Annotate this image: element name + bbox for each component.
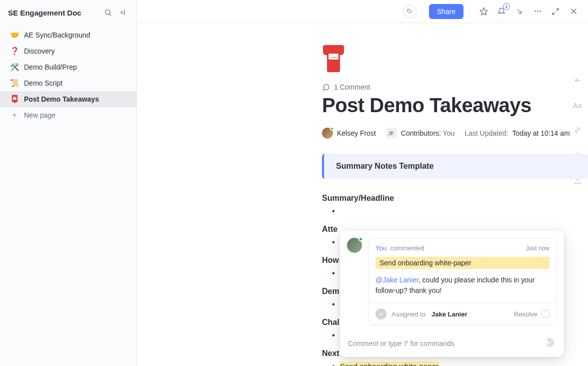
- assigned-to-label: Assigned to: [392, 310, 426, 318]
- content-area: 1 Comment Post Demo Takeaways Kelsey Fro…: [137, 23, 588, 366]
- new-page-label: New page: [24, 111, 56, 119]
- download-icon[interactable]: [512, 4, 527, 19]
- new-page-button[interactable]: + New page: [0, 107, 136, 123]
- comment-card: You commented Just now Send onboarding w…: [368, 238, 557, 325]
- svg-line-9: [556, 9, 558, 11]
- comment-body: @Jake Lanier, could you please include t…: [368, 275, 556, 303]
- sidebar-item-label: Demo Build/Prep: [24, 63, 77, 71]
- send-comment-icon[interactable]: [545, 337, 556, 350]
- tools-icon: 🛠️: [10, 63, 19, 72]
- contributors-label: Contributors: You: [401, 129, 454, 137]
- svg-point-15: [390, 131, 392, 133]
- svg-point-16: [392, 132, 394, 133]
- svg-line-1: [110, 14, 111, 16]
- sidebar-list: 🤝 AE Sync/Background ❓ Discovery 🛠️ Demo…: [0, 23, 136, 127]
- topbar: Share 1: [137, 0, 588, 23]
- svg-point-7: [537, 11, 538, 12]
- favorite-icon[interactable]: [476, 4, 491, 19]
- contributors-chip[interactable]: Contributors: You: [386, 128, 454, 139]
- contributors-icon: [386, 128, 397, 139]
- sidebar-header: SE Engagement Doc: [0, 0, 136, 23]
- sidebar-item-label: Discovery: [24, 47, 54, 55]
- plus-icon: +: [10, 111, 19, 120]
- comment-input[interactable]: [348, 339, 540, 347]
- search-icon[interactable]: [102, 7, 114, 18]
- sidebar-item-ae-sync[interactable]: 🤝 AE Sync/Background: [0, 27, 136, 43]
- assigned-check-icon: [376, 308, 386, 319]
- sidebar-item-demo-script[interactable]: 📜 Demo Script: [0, 75, 136, 91]
- comment-action: commented: [390, 244, 424, 252]
- sidebar-item-post-demo[interactable]: 📮 Post Demo Takeaways: [0, 91, 136, 107]
- comment-icon: [322, 83, 330, 91]
- notification-badge: 1: [503, 3, 510, 10]
- collapse-sidebar-icon[interactable]: [118, 7, 128, 18]
- svg-point-3: [408, 10, 408, 11]
- list-item[interactable]: [332, 205, 588, 216]
- comment-author-avatar[interactable]: [347, 238, 362, 253]
- divider: [422, 6, 423, 17]
- svg-line-10: [552, 12, 555, 15]
- comment-footer: Assigned to Jake Lanier Resolve: [368, 303, 556, 324]
- comment-author-name: You: [376, 244, 386, 252]
- sidebar: SE Engagement Doc 🤝 AE Sync/Background ❓…: [0, 0, 137, 366]
- svg-point-8: [540, 11, 541, 12]
- sidebar-item-discovery[interactable]: ❓ Discovery: [0, 43, 136, 59]
- author-name: Kelsey Frost: [337, 129, 376, 137]
- doc-emoji-postbox[interactable]: [322, 45, 347, 73]
- mention[interactable]: @Jake Lanier: [376, 276, 418, 284]
- comment-thread: You commented Just now Send onboarding w…: [340, 231, 564, 332]
- resolve-button[interactable]: Resolve: [514, 310, 550, 318]
- handshake-icon: 🤝: [10, 31, 19, 40]
- tag-button[interactable]: [404, 5, 416, 18]
- doc-root-title[interactable]: SE Engagement Doc: [8, 9, 98, 17]
- main: Share 1: [137, 0, 588, 366]
- list-item[interactable]: Send onboarding white-paper: [332, 360, 588, 366]
- svg-marker-4: [480, 8, 487, 15]
- comment-quoted-text: Send onboarding white-paper: [376, 257, 550, 269]
- author-chip[interactable]: Kelsey Frost: [322, 128, 376, 139]
- comment-popover: You commented Just now Send onboarding w…: [340, 231, 564, 357]
- sidebar-item-demo-build[interactable]: 🛠️ Demo Build/Prep: [0, 59, 136, 75]
- comment-count-label: 1 Comment: [334, 83, 370, 91]
- highlighted-text: Send onboarding white-paper: [339, 361, 440, 366]
- close-icon[interactable]: [566, 4, 581, 19]
- divider: [470, 6, 470, 17]
- updated-label: Last Updated:: [464, 129, 508, 137]
- question-icon: ❓: [10, 47, 19, 56]
- expand-icon[interactable]: [548, 4, 563, 19]
- section-heading[interactable]: Summary/Headline: [322, 194, 588, 203]
- svg-point-0: [106, 10, 110, 15]
- comment-count-button[interactable]: 1 Comment: [322, 83, 588, 91]
- scroll-icon: 📜: [10, 79, 19, 88]
- sidebar-item-label: Post Demo Takeaways: [24, 95, 99, 103]
- updated-value: Today at 10:14 am: [512, 129, 570, 137]
- last-updated: Last Updated: Today at 10:14 am: [464, 129, 570, 137]
- svg-line-5: [517, 9, 521, 13]
- more-icon[interactable]: [530, 4, 545, 19]
- callout-block[interactable]: Summary Notes Template: [322, 154, 588, 179]
- resolve-label: Resolve: [514, 310, 538, 318]
- author-avatar: [322, 128, 333, 139]
- comment-input-row: [340, 332, 564, 357]
- postbox-icon: 📮: [10, 95, 19, 104]
- sidebar-item-label: AE Sync/Background: [24, 31, 90, 39]
- doc-meta: Kelsey Frost Contributors: You Last Upda…: [322, 128, 588, 139]
- sidebar-item-label: Demo Script: [24, 79, 62, 87]
- comment-time: Just now: [526, 245, 550, 252]
- share-button[interactable]: Share: [429, 4, 464, 19]
- page-title[interactable]: Post Demo Takeaways: [322, 94, 588, 117]
- assignee-name[interactable]: Jake Lanier: [432, 310, 468, 318]
- notifications-icon[interactable]: 1: [494, 4, 509, 19]
- svg-point-6: [534, 11, 536, 12]
- resolve-checkbox[interactable]: [542, 310, 550, 318]
- comment-header: You commented Just now: [368, 238, 556, 257]
